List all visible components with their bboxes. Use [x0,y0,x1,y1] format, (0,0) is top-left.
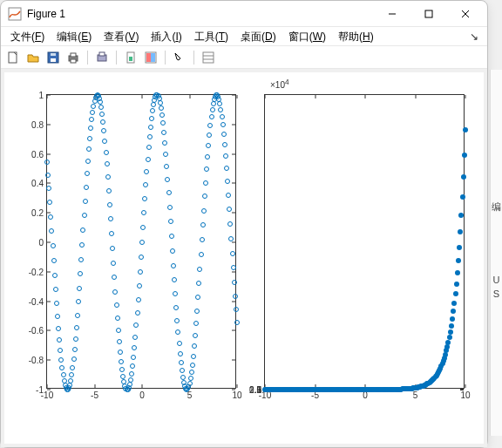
menu-desktop[interactable]: 桌面(D) [234,27,282,46]
toolbar [1,46,487,69]
link-plot-button[interactable] [122,49,139,66]
edit-plot-button[interactable] [171,49,188,66]
data-marker [158,100,163,105]
data-marker [167,205,173,210]
data-marker [55,314,60,319]
data-marker [223,153,228,159]
data-marker [453,291,458,296]
data-marker [132,345,137,350]
svg-rect-7 [51,58,56,62]
data-marker [83,199,88,204]
axes-right[interactable]: 00.511.522.5-10-50510 [264,94,465,389]
data-marker [191,354,196,359]
data-marker [220,122,226,127]
data-marker [110,246,115,251]
print-preview-button[interactable] [93,49,111,66]
data-marker [150,108,155,113]
property-inspector-button[interactable] [200,49,217,66]
data-marker [197,267,202,272]
data-marker [104,150,109,155]
matlab-figure-icon [8,7,22,21]
figure-canvas-area: ×104 -1-0.8-0.6-0.4-0.200.20.40.60.81-10… [1,69,487,447]
side-item[interactable]: S [491,288,502,299]
y-tick-label: -0.6 [29,326,47,336]
data-marker [144,169,149,174]
data-marker [151,102,156,107]
y-exponent-label: ×104 [270,78,289,90]
menu-edit[interactable]: 编辑(E) [51,27,98,46]
menu-bar: 文件(F) 编辑(E) 查看(V) 插入(I) 工具(T) 桌面(D) 窗口(W… [1,27,487,46]
data-marker [59,365,64,370]
data-marker [171,263,176,268]
svg-rect-15 [129,57,132,61]
data-marker [52,273,58,278]
data-marker [173,305,179,310]
data-marker [193,333,198,338]
x-tick-label: 10 [232,388,241,400]
data-marker [159,105,164,111]
menu-help[interactable]: 帮助(H) [332,27,380,46]
data-marker [149,116,154,121]
maximize-button[interactable] [410,2,447,26]
data-marker [106,188,112,193]
menu-insert[interactable]: 插入(I) [145,27,187,46]
data-marker [99,112,105,117]
menu-window[interactable]: 窗口(W) [282,27,332,46]
data-marker [222,142,227,147]
data-marker [112,275,117,280]
svg-rect-2 [425,10,432,17]
side-item[interactable]: 编 [491,200,502,214]
data-marker [85,159,91,164]
new-figure-button[interactable] [4,49,22,66]
data-marker [230,251,235,256]
menu-view[interactable]: 查看(V) [98,27,145,46]
data-marker [88,126,93,131]
insert-colorbar-button[interactable] [142,49,159,66]
data-marker [444,344,450,350]
data-marker [49,228,54,234]
data-marker [53,287,58,292]
data-marker [207,123,213,128]
data-marker [76,299,81,304]
data-marker [451,309,456,314]
svg-rect-11 [71,59,76,63]
axes-left[interactable]: -1-0.8-0.6-0.4-0.200.20.40.60.81-10-5051… [46,94,236,389]
svg-rect-17 [146,53,151,62]
open-button[interactable] [24,49,42,66]
data-marker [44,160,50,165]
data-marker [111,261,116,266]
svg-rect-0 [9,8,21,20]
data-marker [78,257,84,262]
data-marker [159,112,165,118]
save-button[interactable] [44,49,62,66]
data-marker [45,173,51,178]
data-marker [161,130,166,135]
data-marker [107,202,112,207]
data-marker [87,136,92,141]
data-marker [227,207,232,212]
minimize-button[interactable] [374,2,410,26]
data-marker [105,174,111,180]
data-marker [128,377,133,383]
data-marker [202,193,207,199]
data-marker [179,360,184,365]
data-marker [194,309,200,314]
data-marker [80,227,85,233]
menu-file[interactable]: 文件(F) [4,27,51,46]
data-marker [116,328,121,333]
menu-tools[interactable]: 工具(T) [188,27,234,46]
data-marker [98,105,104,110]
data-marker [162,140,167,146]
data-marker [460,194,465,200]
data-marker [234,320,240,325]
close-button[interactable] [447,2,484,26]
side-item[interactable]: U [491,275,502,285]
data-marker [119,359,124,364]
menu-overflow-icon[interactable]: ↘ [465,31,484,43]
data-marker [58,348,63,353]
y-tick-label: -0.8 [29,356,47,365]
y-tick-label: 0.8 [31,119,47,129]
print-button[interactable] [64,49,82,66]
data-marker [77,286,82,291]
data-marker [169,234,174,239]
